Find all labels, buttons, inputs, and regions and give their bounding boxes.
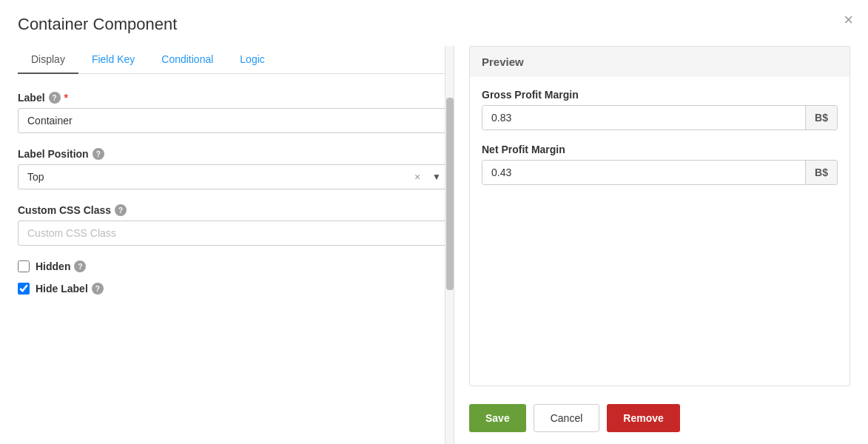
main-content: Display Field Key Conditional Logic Labe… (18, 46, 850, 444)
label-position-group: Label Position ? Top × ▼ (18, 148, 448, 189)
tab-field-key[interactable]: Field Key (78, 46, 148, 74)
label-group: Label ? * (18, 92, 448, 133)
hide-label-checkbox[interactable] (18, 283, 30, 295)
remove-button[interactable]: Remove (607, 404, 679, 432)
scrollbar-track (445, 46, 454, 444)
label-position-clear[interactable]: × (408, 171, 426, 183)
hide-label-help-icon: ? (92, 283, 104, 295)
hidden-label: Hidden ? (36, 260, 86, 272)
tab-conditional[interactable]: Conditional (148, 46, 226, 74)
custom-css-input[interactable] (18, 221, 448, 246)
gross-profit-currency: B$ (805, 106, 837, 130)
label-position-select[interactable]: Top × ▼ (18, 164, 448, 189)
tab-display[interactable]: Display (18, 46, 78, 74)
cancel-button[interactable]: Cancel (534, 404, 600, 432)
label-position-help-icon: ? (92, 148, 104, 160)
hide-label-row: Hide Label ? (18, 283, 448, 295)
label-position-arrow[interactable]: ▼ (426, 172, 447, 182)
dialog-title: Container Component (18, 15, 850, 34)
label-position-label: Label Position ? (18, 148, 448, 160)
dialog: Container Component × Display Field Key … (0, 0, 868, 444)
custom-css-help-icon: ? (115, 204, 127, 216)
preview-field-net: Net Profit Margin B$ (482, 144, 838, 185)
gross-profit-input-row: B$ (482, 105, 838, 130)
required-star: * (64, 92, 68, 104)
preview-body: Gross Profit Margin B$ Net Profit Margin… (469, 77, 850, 386)
action-buttons: Save Cancel Remove (469, 392, 850, 444)
net-profit-currency: B$ (805, 161, 837, 184)
hide-label-label: Hide Label ? (36, 283, 104, 295)
hidden-help-icon: ? (74, 260, 86, 272)
save-button[interactable]: Save (469, 404, 526, 432)
tabs: Display Field Key Conditional Logic (18, 46, 454, 74)
preview-header: Preview (469, 46, 850, 77)
label-position-value: Top (18, 165, 408, 189)
tab-logic[interactable]: Logic (226, 46, 277, 74)
custom-css-label: Custom CSS Class ? (18, 204, 448, 216)
hidden-row: Hidden ? (18, 260, 448, 272)
hidden-checkbox[interactable] (18, 260, 30, 272)
net-profit-input-row: B$ (482, 160, 838, 185)
form-area: Label ? * Label Position ? Top × (18, 92, 454, 444)
preview-field-gross: Gross Profit Margin B$ (482, 89, 838, 130)
label-help-icon: ? (49, 92, 61, 104)
net-profit-label: Net Profit Margin (482, 144, 838, 155)
close-button[interactable]: × (844, 12, 853, 28)
left-panel: Display Field Key Conditional Logic Labe… (18, 46, 454, 444)
gross-profit-label: Gross Profit Margin (482, 89, 838, 101)
right-panel: Preview Gross Profit Margin B$ Net Profi… (454, 46, 850, 444)
scrollbar-thumb[interactable] (446, 98, 454, 290)
net-profit-input[interactable] (482, 161, 805, 184)
gross-profit-input[interactable] (482, 106, 805, 130)
label-input[interactable] (18, 108, 448, 133)
label-label: Label ? * (18, 92, 448, 104)
custom-css-group: Custom CSS Class ? (18, 204, 448, 246)
